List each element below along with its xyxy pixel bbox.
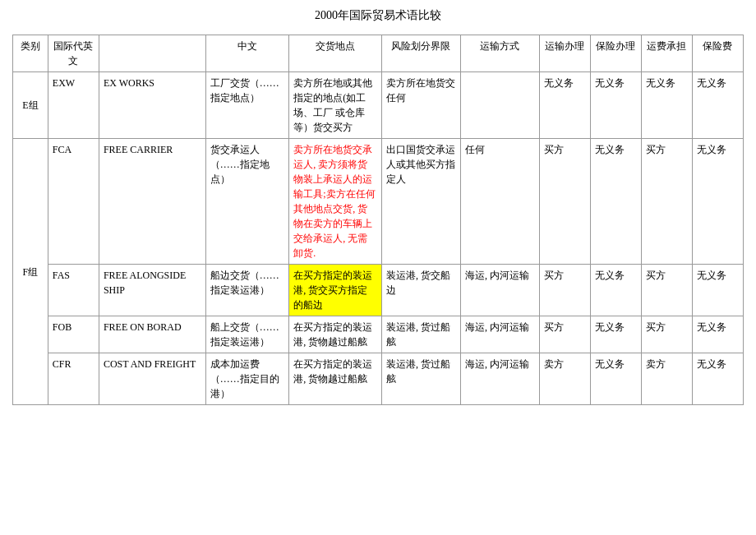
en-cell: FREE ON BORAD: [99, 316, 205, 353]
table-row: FASFREE ALONGSIDE SHIP船边交货（……指定装运港）在买方指定…: [13, 265, 744, 316]
code-cell: CFR: [48, 353, 99, 405]
place-cell: 卖方所在地货交承运人, 卖方须将货物装上承运人的运输工具;卖方在任何其他地点交货…: [289, 139, 382, 265]
trans-cell: 海运, 内河运输: [460, 353, 539, 405]
yunfei-cell: 卖方: [641, 353, 692, 405]
risk-cell: 装运港, 货过船舷: [381, 353, 460, 405]
header-place: 交货地点: [289, 35, 382, 72]
table-row: E组EXWEX WORKS工厂交货（……指定地点）卖方所在地或其他指定的地点(如…: [13, 72, 744, 139]
yunban-cell: 无义务: [539, 72, 590, 139]
risk-cell: 出口国货交承运人或其他买方指定人: [381, 139, 460, 265]
yunban-cell: 卖方: [539, 353, 590, 405]
risk-cell: 装运港, 货交船边: [381, 265, 460, 316]
yunfei-cell: 买方: [641, 139, 692, 265]
bxfei-cell: 无义务: [692, 139, 743, 265]
baoxian-cell: 无义务: [590, 265, 641, 316]
trans-cell: 任何: [460, 139, 539, 265]
table-row: FOBFREE ON BORAD船上交货（……指定装运港）在买方指定的装运港, …: [13, 316, 744, 353]
yunfei-cell: 买方: [641, 316, 692, 353]
bxfei-cell: 无义务: [692, 316, 743, 353]
trans-cell: 海运, 内河运输: [460, 316, 539, 353]
header-leibie: 类别: [13, 35, 48, 72]
baoxian-cell: 无义务: [590, 316, 641, 353]
zh-cell: 工厂交货（……指定地点）: [205, 72, 289, 139]
bxfei-cell: 无义务: [692, 353, 743, 405]
header-yunfei: 运费承担: [641, 35, 692, 72]
header-yunban: 运输办理: [539, 35, 590, 72]
zh-cell: 货交承运人（……指定地点）: [205, 139, 289, 265]
group-cell: F组: [13, 139, 48, 405]
en-cell: EX WORKS: [99, 72, 205, 139]
header-baoxian: 保险办理: [590, 35, 641, 72]
baoxian-cell: 无义务: [590, 139, 641, 265]
baoxian-cell: 无义务: [590, 72, 641, 139]
zh-cell: 船上交货（……指定装运港）: [205, 316, 289, 353]
risk-cell: 卖方所在地货交任何: [381, 72, 460, 139]
zh-cell: 船边交货（……指定装运港）: [205, 265, 289, 316]
trans-cell: 海运, 内河运输: [460, 265, 539, 316]
code-cell: FCA: [48, 139, 99, 265]
bxfei-cell: 无义务: [692, 265, 743, 316]
header-zh: 中文: [205, 35, 289, 72]
risk-cell: 装运港, 货过船舷: [381, 316, 460, 353]
baoxian-cell: 无义务: [590, 353, 641, 405]
table-header: 类别 国际代英文 中文 交货地点 风险划分界限 运输方式 运输办理 保险办理 运…: [13, 35, 744, 72]
bxfei-cell: 无义务: [692, 72, 743, 139]
yunfei-cell: 买方: [641, 265, 692, 316]
en-cell: FREE CARRIER: [99, 139, 205, 265]
header-en: [99, 35, 205, 72]
header-trans: 运输方式: [460, 35, 539, 72]
place-cell: 卖方所在地或其他指定的地点(如工场、工厂 或仓库等）货交买方: [289, 72, 382, 139]
en-cell: COST AND FREIGHT: [99, 353, 205, 405]
place-cell: 在买方指定的装运港, 货物越过船舷: [289, 353, 382, 405]
yunban-cell: 买方: [539, 139, 590, 265]
yunfei-cell: 无义务: [641, 72, 692, 139]
group-cell: E组: [13, 72, 48, 139]
table-row: CFRCOST AND FREIGHT成本加运费（……指定目的港）在买方指定的装…: [13, 353, 744, 405]
page-title: 2000年国际贸易术语比较: [12, 8, 744, 23]
trans-cell: [460, 72, 539, 139]
header-bxfei: 保险费: [692, 35, 743, 72]
header-risk: 风险划分界限: [381, 35, 460, 72]
en-cell: FREE ALONGSIDE SHIP: [99, 265, 205, 316]
code-cell: FAS: [48, 265, 99, 316]
code-cell: EXW: [48, 72, 99, 139]
table-row: F组FCAFREE CARRIER货交承运人（……指定地点）卖方所在地货交承运人…: [13, 139, 744, 265]
yunban-cell: 买方: [539, 265, 590, 316]
place-cell: 在买方指定的装运港, 货物越过船舷: [289, 316, 382, 353]
zh-cell: 成本加运费（……指定目的港）: [205, 353, 289, 405]
yunban-cell: 买方: [539, 316, 590, 353]
code-cell: FOB: [48, 316, 99, 353]
header-code: 国际代英文: [48, 35, 99, 72]
place-cell: 在买方指定的装运港, 货交买方指定的船边: [289, 265, 382, 316]
comparison-table: 类别 国际代英文 中文 交货地点 风险划分界限 运输方式 运输办理 保险办理 运…: [12, 35, 744, 405]
